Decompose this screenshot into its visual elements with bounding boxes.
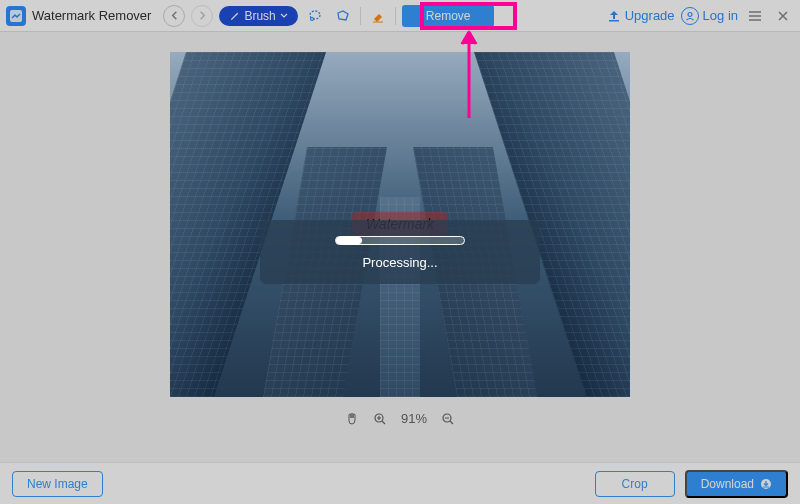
login-label: Log in [703, 8, 738, 23]
processing-text: Processing... [362, 255, 437, 270]
brush-icon [229, 10, 240, 21]
chevron-down-icon [280, 12, 288, 20]
brush-tool-button[interactable]: Brush [219, 6, 297, 26]
lasso-tool-button[interactable] [304, 5, 326, 27]
svg-point-4 [688, 12, 692, 16]
toolbar-divider [395, 7, 396, 25]
app-title: Watermark Remover [32, 8, 151, 23]
processing-dialog: Processing... [260, 220, 540, 284]
close-icon [776, 9, 790, 23]
toolbar-divider [360, 7, 361, 25]
lasso-icon [307, 8, 323, 24]
eraser-tool-button[interactable] [367, 5, 389, 27]
zoom-out-button[interactable] [441, 412, 455, 426]
zoom-in-icon [373, 412, 387, 426]
polygon-icon [335, 8, 351, 24]
remove-button[interactable]: Remove [402, 5, 495, 27]
redo-button[interactable] [191, 5, 213, 27]
hamburger-icon [747, 8, 763, 24]
download-button[interactable]: Download [685, 470, 788, 498]
login-button[interactable]: Log in [681, 7, 738, 25]
svg-rect-3 [609, 20, 619, 22]
polygon-tool-button[interactable] [332, 5, 354, 27]
user-icon [681, 7, 699, 25]
pan-hand-button[interactable] [345, 412, 359, 426]
upgrade-label: Upgrade [625, 8, 675, 23]
upload-icon [607, 9, 621, 23]
brush-label: Brush [244, 9, 275, 23]
zoom-out-icon [441, 412, 455, 426]
download-label: Download [701, 477, 754, 491]
bottom-bar: New Image Crop Download [0, 462, 800, 504]
progress-bar [335, 236, 465, 245]
new-image-button[interactable]: New Image [12, 471, 103, 497]
remove-label: Remove [426, 9, 471, 23]
close-button[interactable] [772, 5, 794, 27]
zoom-controls: 91% [345, 411, 455, 426]
progress-fill [336, 237, 362, 244]
upgrade-button[interactable]: Upgrade [607, 8, 675, 23]
zoom-in-button[interactable] [373, 412, 387, 426]
undo-button[interactable] [163, 5, 185, 27]
app-logo [6, 6, 26, 26]
menu-button[interactable] [744, 5, 766, 27]
hand-icon [345, 412, 359, 426]
crop-button[interactable]: Crop [595, 471, 675, 497]
svg-point-2 [310, 17, 313, 20]
eraser-icon [370, 8, 386, 24]
download-icon [760, 478, 772, 490]
top-toolbar: Watermark Remover Brush Remove Upgrade L… [0, 0, 800, 32]
zoom-percent: 91% [401, 411, 427, 426]
